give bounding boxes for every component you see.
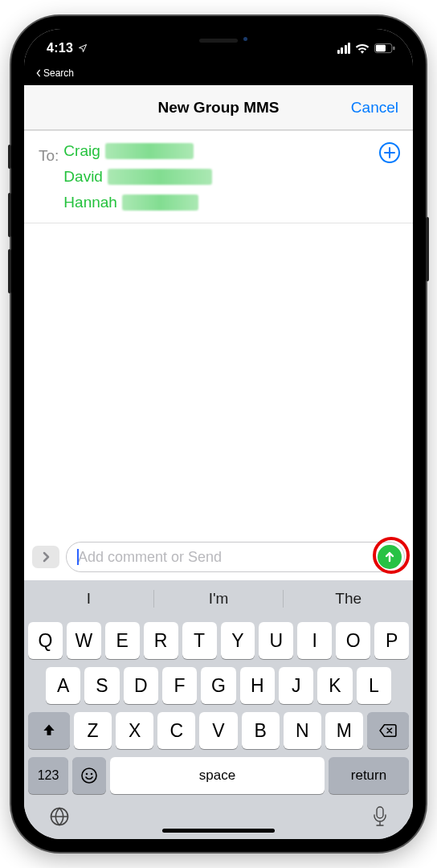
recipient-name: David xyxy=(63,168,103,186)
key-z[interactable]: Z xyxy=(74,712,112,749)
side-button-vol-down xyxy=(8,249,11,293)
redacted-surname xyxy=(108,169,212,185)
key-x[interactable]: X xyxy=(116,712,153,749)
nav-header: New Group MMS Cancel xyxy=(24,85,413,130)
svg-rect-2 xyxy=(393,46,394,50)
side-button-mute xyxy=(8,145,11,169)
screen: 4:13 Search New Group MMS Cancel xyxy=(24,29,413,839)
key-o[interactable]: O xyxy=(336,622,370,659)
app-drawer-toggle[interactable] xyxy=(32,546,59,568)
side-button-vol-up xyxy=(8,193,11,237)
svg-point-5 xyxy=(87,774,88,775)
return-key[interactable]: return xyxy=(329,757,409,794)
key-e[interactable]: E xyxy=(105,622,140,659)
globe-key[interactable] xyxy=(48,805,71,831)
key-i[interactable]: I xyxy=(297,622,332,659)
backspace-key[interactable] xyxy=(367,712,409,749)
key-t[interactable]: T xyxy=(182,622,217,659)
keyboard: I I'm The QWERTYUIOP ASDFGHJKL ZXCVBNM xyxy=(24,580,413,839)
key-p[interactable]: P xyxy=(374,622,409,659)
notch xyxy=(138,29,299,51)
emoji-key[interactable] xyxy=(72,757,106,794)
redacted-surname xyxy=(105,143,194,159)
phone-frame: 4:13 Search New Group MMS Cancel xyxy=(11,16,426,852)
key-d[interactable]: D xyxy=(124,667,158,704)
wifi-icon xyxy=(355,43,370,54)
key-h[interactable]: H xyxy=(240,667,275,704)
key-r[interactable]: R xyxy=(144,622,178,659)
back-to-app[interactable]: Search xyxy=(24,68,413,85)
suggestion-1[interactable]: I xyxy=(24,590,153,608)
svg-point-4 xyxy=(82,768,96,783)
page-title: New Group MMS xyxy=(158,99,280,117)
message-input[interactable] xyxy=(66,542,405,572)
key-f[interactable]: F xyxy=(162,667,197,704)
svg-rect-1 xyxy=(376,44,386,51)
key-n[interactable]: N xyxy=(284,712,321,749)
dictation-key[interactable] xyxy=(371,805,389,831)
add-contact-button[interactable] xyxy=(378,141,402,165)
cancel-button[interactable]: Cancel xyxy=(351,99,398,117)
key-k[interactable]: K xyxy=(317,667,352,704)
key-l[interactable]: L xyxy=(357,667,391,704)
compose-bar xyxy=(24,535,413,580)
text-cursor xyxy=(77,549,79,565)
recipient-name: Hannah xyxy=(63,194,117,211)
recipients-field[interactable]: To: CraigDavidHannah xyxy=(24,130,413,223)
suggestion-3[interactable]: The xyxy=(283,590,413,608)
svg-point-6 xyxy=(92,774,92,775)
back-label: Search xyxy=(43,68,74,79)
clock: 4:13 xyxy=(47,41,73,55)
recipient-chip[interactable]: David xyxy=(63,168,212,186)
content: To: CraigDavidHannah xyxy=(24,130,413,580)
shift-key[interactable] xyxy=(28,712,70,749)
key-j[interactable]: J xyxy=(279,667,313,704)
key-u[interactable]: U xyxy=(259,622,293,659)
suggestion-2[interactable]: I'm xyxy=(153,590,284,608)
to-label: To: xyxy=(39,142,59,211)
conversation-body xyxy=(24,223,413,535)
cell-signal-icon xyxy=(337,43,351,54)
status-time: 4:13 xyxy=(47,41,88,55)
key-m[interactable]: M xyxy=(325,712,363,749)
location-icon xyxy=(78,43,88,53)
send-button[interactable] xyxy=(378,545,402,569)
key-w[interactable]: W xyxy=(67,622,101,659)
side-button-power xyxy=(426,217,429,281)
key-a[interactable]: A xyxy=(46,667,80,704)
suggestion-bar: I I'm The xyxy=(24,580,413,617)
recipient-chip[interactable]: Craig xyxy=(63,142,212,160)
key-q[interactable]: Q xyxy=(28,622,63,659)
battery-icon xyxy=(374,43,395,54)
key-c[interactable]: C xyxy=(157,712,195,749)
key-y[interactable]: Y xyxy=(221,622,255,659)
home-indicator[interactable] xyxy=(162,829,275,833)
redacted-surname xyxy=(122,194,198,211)
recipient-chip[interactable]: Hannah xyxy=(63,194,212,211)
recipient-name: Craig xyxy=(63,142,100,160)
key-b[interactable]: B xyxy=(242,712,280,749)
svg-rect-8 xyxy=(377,807,383,818)
key-g[interactable]: G xyxy=(201,667,235,704)
numbers-key[interactable]: 123 xyxy=(28,757,68,794)
space-key[interactable]: space xyxy=(110,757,325,794)
key-s[interactable]: S xyxy=(84,667,119,704)
key-v[interactable]: V xyxy=(199,712,237,749)
